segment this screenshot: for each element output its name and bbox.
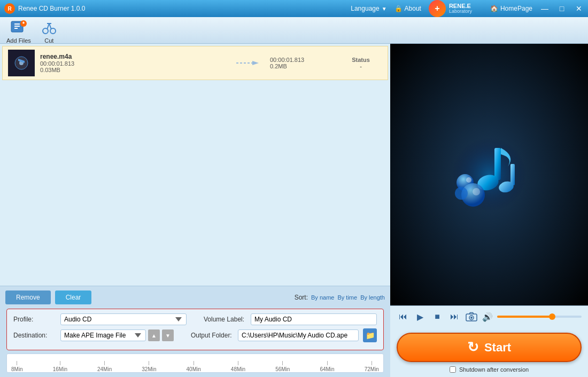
svg-line-9: [47, 23, 49, 29]
tick-24min: 24Min: [97, 361, 112, 372]
volume-label-label: Volume Label:: [204, 316, 246, 323]
screenshot-button[interactable]: [465, 310, 478, 323]
destination-row: Destination: Make APE Image File ▲ ▼ Out…: [13, 328, 377, 342]
app-icon: R: [4, 3, 15, 14]
add-files-label: Add Files: [6, 37, 31, 44]
skip-forward-button[interactable]: ⏭: [448, 310, 461, 323]
add-files-button[interactable]: Add Files: [6, 17, 31, 44]
volume-icon: 🔊: [482, 312, 493, 322]
tick-8min: 8Min: [11, 361, 23, 372]
move-up-button[interactable]: ▲: [148, 329, 160, 341]
status-label: Status: [339, 57, 382, 63]
cut-label: Cut: [44, 37, 53, 44]
svg-rect-6: [23, 21, 24, 23]
file-name: renee.m4a: [40, 53, 227, 60]
file-size-original: 0.03MB: [40, 67, 227, 73]
start-label: Start: [484, 341, 511, 355]
left-panel: renee.m4a 00:00:01.813 0.03MB: [0, 44, 390, 377]
table-row: renee.m4a 00:00:01.813 0.03MB: [2, 46, 388, 80]
file-size-converted: 0.2MB: [270, 63, 334, 69]
home-icon: 🏠: [490, 5, 498, 12]
sort-by-time[interactable]: By time: [337, 294, 357, 301]
about-link[interactable]: 🔒 About: [394, 5, 421, 12]
sort-by-length[interactable]: By length: [360, 294, 385, 301]
settings-panel: Profile: Audio CD Volume Label: My Audio…: [6, 309, 384, 350]
timeline: 8Min 16Min 24Min 32Min 40Min 48Min 56Min…: [6, 354, 384, 373]
destination-label: Destination:: [13, 332, 56, 339]
svg-point-25: [466, 177, 471, 183]
music-visualization: [446, 132, 532, 217]
volume-label-input[interactable]: My Audio CD: [251, 313, 377, 325]
preview-area: [390, 44, 588, 305]
output-folder-input[interactable]: C:\Users\HP\Music\My Audio CD.ape: [238, 329, 359, 341]
clear-button[interactable]: Clear: [55, 290, 92, 304]
cut-button[interactable]: Cut: [40, 17, 59, 44]
shutdown-label: Shutdown after conversion: [459, 366, 529, 373]
language-selector[interactable]: Language ▼: [351, 5, 386, 12]
dropdown-arrow-icon: ▼: [382, 6, 387, 12]
minimize-button[interactable]: —: [540, 4, 550, 13]
add-files-icon: [9, 17, 28, 36]
output-folder-label: Output Folder:: [191, 332, 234, 339]
status-value: -: [339, 63, 382, 69]
file-time-original: 00:00:01.813: [40, 60, 227, 67]
tick-56min: 56Min: [275, 361, 290, 372]
tick-marks: 8Min 16Min 24Min 32Min 40Min 48Min 56Min…: [7, 354, 383, 372]
volume-slider[interactable]: [497, 316, 582, 318]
stop-button[interactable]: ■: [431, 310, 444, 323]
file-status: Status -: [339, 57, 382, 69]
remove-button[interactable]: Remove: [5, 290, 51, 304]
title-bar: R Renee CD Burner 1.0.0 Language ▼ 🔒 Abo…: [0, 0, 588, 17]
start-refresh-icon: ↻: [467, 339, 479, 356]
homepage-link[interactable]: 🏠 HomePage: [490, 5, 532, 12]
tick-32min: 32Min: [142, 361, 156, 372]
profile-row: Profile: Audio CD Volume Label: My Audio…: [13, 313, 377, 325]
file-list: renee.m4a 00:00:01.813 0.03MB: [0, 44, 390, 286]
svg-point-29: [470, 317, 473, 319]
convert-arrow-icon: [233, 58, 265, 68]
sort-by-name[interactable]: By name: [311, 294, 334, 301]
tick-64min: 64Min: [320, 361, 334, 372]
shutdown-checkbox[interactable]: [450, 366, 456, 373]
volume-fill: [497, 316, 552, 318]
lock-icon: 🔒: [394, 5, 403, 12]
destination-controls: Make APE Image File ▲ ▼: [60, 329, 174, 341]
tick-48min: 48Min: [231, 361, 245, 372]
folder-icon: 📁: [366, 331, 375, 340]
file-thumbnail: [8, 50, 35, 76]
player-controls: ⏮ ▶ ■ ⏭ 🔊: [390, 305, 588, 327]
destination-select[interactable]: Make APE Image File: [60, 329, 146, 341]
play-button[interactable]: ▶: [414, 310, 427, 323]
svg-rect-2: [14, 26, 20, 27]
svg-point-24: [455, 187, 468, 200]
language-label: Language: [351, 5, 379, 12]
main-content: renee.m4a 00:00:01.813 0.03MB: [0, 44, 588, 377]
action-bar: Remove Clear Sort: By name By time By le…: [5, 290, 385, 304]
sort-label: Sort:: [295, 294, 308, 301]
svg-rect-18: [494, 148, 501, 180]
svg-line-10: [49, 23, 51, 29]
file-info: renee.m4a 00:00:01.813 0.03MB: [40, 53, 227, 73]
svg-rect-3: [14, 28, 18, 29]
svg-point-26: [473, 188, 480, 195]
tick-16min: 16Min: [53, 361, 67, 372]
move-down-button[interactable]: ▼: [162, 329, 174, 341]
skip-back-button[interactable]: ⏮: [397, 310, 409, 323]
tick-40min: 40Min: [187, 361, 201, 372]
close-button[interactable]: ✕: [574, 4, 584, 13]
app-title: Renee CD Burner 1.0.0: [18, 5, 351, 12]
browse-folder-button[interactable]: 📁: [363, 328, 377, 342]
maximize-button[interactable]: □: [557, 4, 567, 13]
profile-label: Profile:: [13, 316, 56, 323]
profile-select[interactable]: Audio CD: [60, 313, 187, 325]
renee-logo: +: [429, 0, 446, 17]
sort-area: Sort: By name By time By length: [295, 294, 385, 301]
start-button[interactable]: ↻ Start: [397, 333, 582, 362]
toolbar: Add Files Cut: [0, 17, 588, 44]
shutdown-row: Shutdown after conversion: [450, 366, 529, 373]
tick-72min: 72Min: [365, 361, 379, 372]
bottom-controls: Remove Clear Sort: By name By time By le…: [0, 286, 390, 377]
right-panel: ⏮ ▶ ■ ⏭ 🔊 ↻ Start: [390, 44, 588, 377]
volume-thumb: [549, 313, 555, 320]
svg-rect-1: [14, 23, 20, 25]
